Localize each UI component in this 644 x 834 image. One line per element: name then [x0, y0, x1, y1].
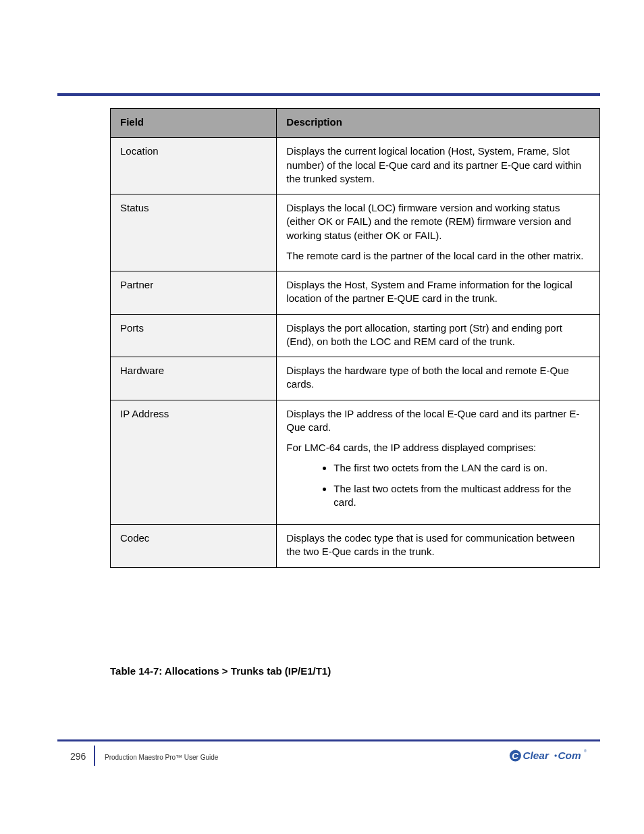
page-number-separator — [94, 746, 95, 766]
svg-point-3 — [554, 754, 556, 756]
page-number: 296 — [70, 751, 86, 762]
field-ports: Ports — [111, 314, 277, 357]
col-header-description: Description — [277, 109, 599, 138]
trunks-table: Field Description Location Displays the … — [110, 108, 600, 568]
table-row: Codec Displays the codec type that is us… — [111, 525, 600, 567]
table-row: Status Displays the local (LOC) firmware… — [111, 194, 600, 271]
table-row: Ports Displays the port allocation, star… — [111, 314, 600, 357]
desc-ports: Displays the port allocation, starting p… — [277, 314, 599, 357]
desc-location: Displays the current logical location (H… — [277, 138, 599, 194]
table-row: Hardware Displays the hardware type of b… — [111, 357, 600, 400]
table-row: IP Address Displays the IP address of th… — [111, 400, 600, 525]
desc-partner: Displays the Host, System and Frame info… — [277, 271, 599, 315]
field-partner: Partner — [111, 271, 277, 315]
svg-text:Com: Com — [558, 750, 581, 761]
page: Field Description Location Displays the … — [0, 0, 644, 834]
footer-doc-title: Production Maestro Pro™ User Guide — [105, 754, 218, 761]
field-ip-address: IP Address — [111, 400, 277, 525]
field-hardware: Hardware — [111, 357, 277, 400]
footer-rule — [57, 739, 600, 741]
svg-text:®: ® — [584, 749, 587, 753]
desc-ip-address: Displays the IP address of the local E-Q… — [277, 400, 599, 525]
clear-com-logo: C Clear Com ® — [509, 746, 595, 766]
list-item: The last two octets from the multicast a… — [333, 482, 591, 510]
field-status: Status — [111, 194, 277, 271]
field-codec: Codec — [111, 525, 277, 567]
table-caption: Table 14-7: Allocations > Trunks tab (IP… — [110, 665, 600, 677]
desc-hardware: Displays the hardware type of both the l… — [277, 357, 599, 400]
col-header-field: Field — [111, 109, 277, 138]
svg-text:C: C — [512, 751, 519, 761]
ip-address-bullets: The first two octets from the LAN the ca… — [286, 461, 591, 509]
table-header-row: Field Description — [111, 109, 600, 138]
svg-text:Clear: Clear — [522, 750, 549, 761]
desc-status: Displays the local (LOC) firmware versio… — [277, 194, 599, 271]
field-location: Location — [111, 138, 277, 194]
list-item: The first two octets from the LAN the ca… — [333, 461, 591, 475]
desc-codec: Displays the codec type that is used for… — [277, 525, 599, 567]
header-rule — [57, 93, 600, 96]
table-row: Location Displays the current logical lo… — [111, 138, 600, 194]
table-row: Partner Displays the Host, System and Fr… — [111, 271, 600, 315]
